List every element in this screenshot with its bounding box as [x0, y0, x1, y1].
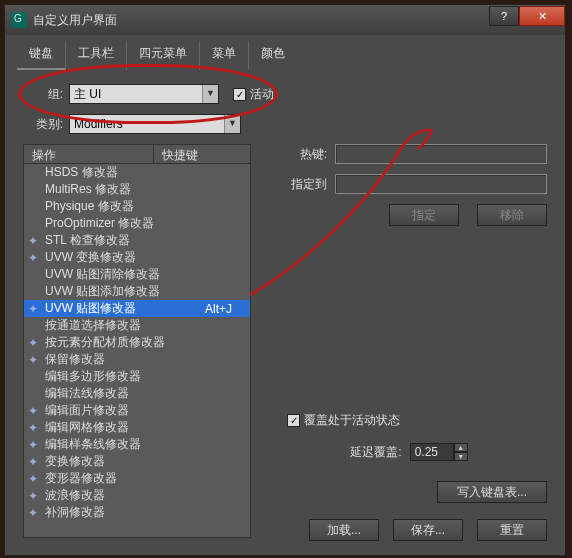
item-label: ProOptimizer 修改器 [45, 215, 232, 232]
override-label: 覆盖处于活动状态 [304, 412, 400, 429]
list-item[interactable]: ✦保留修改器 [24, 351, 250, 368]
item-icon: ✦ [28, 404, 42, 418]
list-item[interactable]: ✦UVW 贴图修改器Alt+J [24, 300, 250, 317]
item-icon [28, 217, 42, 231]
group-label: 组: [23, 86, 63, 103]
main-pane: 组: 主 UI ▼ ✓ 活动 类别: Modifiers ▼ 操作 快捷键 [5, 70, 565, 551]
tab-menu[interactable]: 菜单 [199, 41, 248, 70]
item-icon [28, 387, 42, 401]
tab-quadmenu[interactable]: 四元菜单 [126, 41, 199, 70]
app-icon [11, 12, 27, 28]
item-icon: ✦ [28, 421, 42, 435]
item-icon: ✦ [28, 455, 42, 469]
item-label: 编辑多边形修改器 [45, 368, 232, 385]
list-item[interactable]: ✦STL 检查修改器 [24, 232, 250, 249]
spin-up-icon[interactable]: ▲ [454, 443, 468, 452]
list-item[interactable]: Physique 修改器 [24, 198, 250, 215]
list-item[interactable]: HSDS 修改器 [24, 164, 250, 181]
list-item[interactable]: UVW 贴图添加修改器 [24, 283, 250, 300]
action-listbox: HSDS 修改器MultiRes 修改器Physique 修改器ProOptim… [23, 164, 251, 538]
delay-value[interactable]: 0.25 [410, 443, 454, 461]
item-label: UVW 变换修改器 [45, 249, 232, 266]
category-label: 类别: [23, 116, 63, 133]
assignto-input[interactable] [335, 174, 547, 194]
close-button[interactable]: ✕ [519, 6, 565, 26]
reset-button[interactable]: 重置 [477, 519, 547, 541]
list-item[interactable]: 按通道选择修改器 [24, 317, 250, 334]
item-icon: ✦ [28, 489, 42, 503]
item-icon [28, 319, 42, 333]
list-item[interactable]: ProOptimizer 修改器 [24, 215, 250, 232]
category-combo[interactable]: Modifiers ▼ [69, 114, 241, 134]
item-label: 按通道选择修改器 [45, 317, 232, 334]
list-item[interactable]: ✦按元素分配材质修改器 [24, 334, 250, 351]
item-label: 变换修改器 [45, 453, 232, 470]
override-checkbox[interactable]: ✓ 覆盖处于活动状态 [287, 412, 400, 429]
item-icon: ✦ [28, 472, 42, 486]
list-header: 操作 快捷键 [23, 144, 251, 164]
category-value: Modifiers [74, 117, 123, 131]
col-action[interactable]: 操作 [24, 145, 154, 163]
item-icon [28, 285, 42, 299]
delay-spinner[interactable]: 0.25 ▲▼ [410, 443, 468, 461]
item-label: 编辑样条线修改器 [45, 436, 232, 453]
item-icon: ✦ [28, 302, 42, 316]
window-title: 自定义用户界面 [33, 12, 489, 29]
item-label: Physique 修改器 [45, 198, 232, 215]
list-item[interactable]: ✦波浪修改器 [24, 487, 250, 504]
list-item[interactable]: ✦变形器修改器 [24, 470, 250, 487]
item-label: UVW 贴图添加修改器 [45, 283, 232, 300]
chevron-down-icon: ▼ [224, 115, 240, 133]
titlebar[interactable]: 自定义用户界面 ? ✕ [5, 5, 565, 35]
list-item[interactable]: MultiRes 修改器 [24, 181, 250, 198]
item-label: 按元素分配材质修改器 [45, 334, 232, 351]
item-icon: ✦ [28, 251, 42, 265]
custom-ui-window: 自定义用户界面 ? ✕ 键盘 工具栏 四元菜单 菜单 颜色 组: 主 UI ▼ … [4, 4, 566, 556]
hotkey-label: 热键: [271, 146, 327, 163]
list-item[interactable]: ✦编辑面片修改器 [24, 402, 250, 419]
group-combo[interactable]: 主 UI ▼ [69, 84, 219, 104]
list-item[interactable]: ✦变换修改器 [24, 453, 250, 470]
item-label: 编辑面片修改器 [45, 402, 232, 419]
list-item[interactable]: 编辑法线修改器 [24, 385, 250, 402]
item-label: STL 检查修改器 [45, 232, 232, 249]
item-label: MultiRes 修改器 [45, 181, 232, 198]
item-label: HSDS 修改器 [45, 164, 232, 181]
item-icon: ✦ [28, 438, 42, 452]
item-icon: ✦ [28, 234, 42, 248]
assign-button[interactable]: 指定 [389, 204, 459, 226]
list-item[interactable]: UVW 贴图清除修改器 [24, 266, 250, 283]
item-icon [28, 166, 42, 180]
tab-color[interactable]: 颜色 [248, 41, 297, 70]
item-icon: ✦ [28, 336, 42, 350]
item-icon: ✦ [28, 353, 42, 367]
list-item[interactable]: ✦补洞修改器 [24, 504, 250, 521]
item-icon [28, 268, 42, 282]
item-label: 保留修改器 [45, 351, 232, 368]
active-checkbox[interactable]: ✓ 活动 [233, 86, 274, 103]
col-hotkey[interactable]: 快捷键 [154, 145, 250, 163]
write-kb-button[interactable]: 写入键盘表... [437, 481, 547, 503]
help-button[interactable]: ? [489, 6, 519, 26]
hotkey-input[interactable] [335, 144, 547, 164]
list-item[interactable]: 编辑多边形修改器 [24, 368, 250, 385]
spin-down-icon[interactable]: ▼ [454, 452, 468, 461]
action-list-panel: 操作 快捷键 HSDS 修改器MultiRes 修改器Physique 修改器P… [23, 144, 251, 541]
right-panel: 热键: 指定到 指定 移除 ✓ 覆盖处于活动状态 [271, 144, 547, 541]
item-label: 编辑网格修改器 [45, 419, 232, 436]
tab-toolbar[interactable]: 工具栏 [65, 41, 126, 70]
list-item[interactable]: ✦编辑样条线修改器 [24, 436, 250, 453]
assignto-label: 指定到 [271, 176, 327, 193]
item-label: 补洞修改器 [45, 504, 232, 521]
item-label: UVW 贴图清除修改器 [45, 266, 232, 283]
item-icon [28, 200, 42, 214]
save-button[interactable]: 保存... [393, 519, 463, 541]
remove-button[interactable]: 移除 [477, 204, 547, 226]
delay-label: 延迟覆盖: [350, 444, 401, 461]
load-button[interactable]: 加载... [309, 519, 379, 541]
list-item[interactable]: ✦UVW 变换修改器 [24, 249, 250, 266]
tab-keyboard[interactable]: 键盘 [17, 41, 65, 70]
item-icon: ✦ [28, 506, 42, 520]
list-item[interactable]: ✦编辑网格修改器 [24, 419, 250, 436]
action-list[interactable]: HSDS 修改器MultiRes 修改器Physique 修改器ProOptim… [24, 164, 250, 537]
